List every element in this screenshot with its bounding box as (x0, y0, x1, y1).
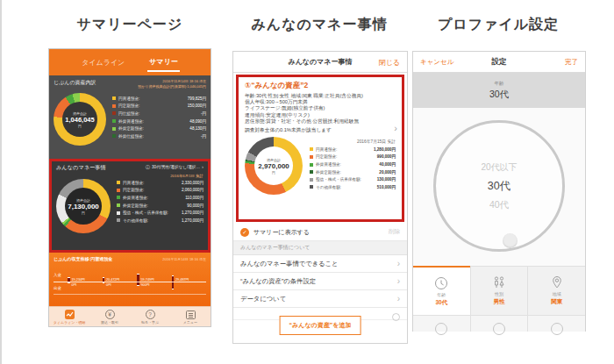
tab-label: メニュー (183, 320, 197, 325)
dial-option-30s-selected[interactable]: 30代 (488, 179, 510, 194)
legend-label: 円定期預金: (123, 188, 182, 192)
legend-value: 90,000円 (187, 203, 203, 208)
legend-swatch (117, 196, 120, 199)
age-picker-dial[interactable]: 20代以下 30代 40代 (433, 120, 565, 252)
deposit-bar (137, 274, 139, 282)
donut-center-unit: 円 (78, 124, 82, 128)
tab-know-learn[interactable]: ? 知る・学ぶ (130, 307, 170, 326)
filter-label: 30代/男性/選択なし/選択… (152, 165, 200, 169)
legend-swatch (310, 178, 313, 182)
deposit-bar (172, 275, 175, 282)
tab-menu[interactable]: メニュー (170, 307, 211, 326)
grid-cell-value: 関東 (551, 298, 562, 306)
dial-option-20s-under[interactable]: 20代以下 (481, 161, 517, 174)
withdrawal-row: 出金 0円 0円 900円 (54, 282, 206, 295)
legend-swatch (310, 147, 313, 151)
chevron-right-icon[interactable]: › (394, 123, 397, 133)
legend-item: 投信・株式・債券保有額:1,270,000円 (117, 209, 203, 217)
column-title-summary-page: サマリーページ (48, 16, 211, 34)
legend-value: -円 (201, 134, 206, 139)
legend-item: 円普通預金:2,330,000円 (117, 179, 203, 187)
legend-label: 投信・株式・債券保有額: (123, 211, 182, 215)
legend-item: 円仕組預金:-円 (112, 110, 206, 118)
grid-cell-value: 30代 (435, 299, 447, 307)
grid-cell-gender[interactable]: 性別 男性 (470, 267, 528, 315)
everyone-assets-card-highlighted: ①“みんなの資産”2 年齢:30代 性別:女性 地域:関東 職業:正社員(含公務… (236, 75, 404, 222)
own-assets-dates: 2016年11月14日 18:16 現在 預かり資産残高合計(円換算額):1,0… (138, 79, 206, 89)
legend-value: 48,130円 (189, 126, 206, 131)
legend-item: 円普通預金:1,280,000円 (310, 146, 396, 153)
own-assets-legend: 円普通預金:799,825円 円定期預金:150,000円 円仕組預金:-円 外… (112, 95, 206, 146)
legend-label: 円定期預金: (316, 154, 377, 159)
cashflow-section: じぶんの収支推移:円普通預金 2016年11月14日 18:16 現在 入金 1… (49, 253, 211, 308)
partial-icon (392, 313, 400, 321)
withdrawal-bar (137, 282, 139, 286)
grid-cell-value: 男性 (494, 298, 505, 306)
age-picker-area: 20代以下 30代 40代 (413, 108, 585, 266)
cancel-button[interactable]: キャンセル (420, 52, 453, 73)
partial-grid-cell (527, 316, 585, 332)
settings-title: 設定 (492, 57, 507, 68)
tab-summary[interactable]: サマリー (147, 54, 180, 72)
yen-circle-icon: ¥ (105, 310, 115, 319)
everyone-assets-donut-chart: 資産合計 7,130,000 円 (56, 179, 111, 233)
bar-value: 20,472円 (106, 277, 119, 282)
profile-category-grid-partial-row (413, 315, 585, 332)
partial-grid-cell (413, 316, 470, 332)
legend-value: 2,060,000円 (182, 188, 203, 192)
bar-group: 0円 (68, 282, 103, 287)
legend-item: 外貨普通預金:48,090円 (112, 118, 206, 125)
bar-value: 900円 (141, 282, 150, 287)
age-field-panel: 年齢 30代 (413, 73, 585, 108)
modal-header: みんなのマネー事情 閉じる (233, 52, 407, 73)
phone-everyone-money: みんなのマネー事情 閉じる ①“みんなの資産”2 年齢:30代 性別:女性 地域… (232, 51, 408, 344)
section-header-about: みんなのマネー事情について (233, 241, 407, 255)
tab-transfer-trade[interactable]: ¥ 振込・取引 (89, 307, 130, 326)
aggregation-date: 2016年7月15日 集計 (310, 139, 396, 144)
done-button[interactable]: 完了 (565, 52, 578, 73)
age-field-label: 年齢 (495, 81, 504, 87)
menu-row-about-data[interactable]: データについて › (233, 290, 407, 308)
legend-swatch (310, 170, 313, 174)
phone-summary-page: タイムライン サマリー じぶんの資産内訳 2016年11月14日 18:16 現… (48, 48, 211, 327)
grid-cell-age[interactable]: 年齢 30代 (413, 266, 470, 315)
tab-label: 振込・取引 (101, 320, 118, 325)
legend-label: 円普通預金: (118, 96, 188, 101)
demographic-line: 運用傾向:安定運用(中リスク) (245, 112, 396, 118)
legend-value: 799,825円 (188, 96, 206, 101)
deposit-label: 入金 (54, 273, 68, 277)
tab-label: 知る・学ぶ (141, 320, 159, 325)
tab-timeline[interactable]: タイムライン (80, 54, 126, 71)
cashflow-date: 2016年11月14日 18:16 現在 (162, 257, 206, 261)
own-assets-section: じぶんの資産内訳 2016年11月14日 18:16 現在 預かり資産残高合計(… (49, 75, 211, 159)
menu-row-what-you-can-do[interactable]: みんなのマネー事情でできること › (233, 255, 407, 273)
cashflow-bar-chart: 入金 19,234円 20,472円 59,749円 29,487円 出金 0円… (49, 263, 211, 295)
age-field-value: 30代 (489, 89, 509, 101)
delete-button[interactable]: 削除 (389, 228, 400, 236)
legend-value: 990,000円 (377, 154, 396, 159)
timeline-chart-icon (65, 310, 75, 319)
legend-item: 円定期預金:2,060,000円 (117, 187, 203, 195)
tab-timeline-detail[interactable]: タイムライン・明細 (49, 307, 89, 326)
legend-value: 150,000円 (188, 103, 206, 108)
profile-category-grid: 年齢 30代 性別 男性 地域 関東 (413, 266, 585, 315)
grid-cell-region[interactable]: 地域 関東 (527, 267, 585, 315)
legend-label: 外貨定期預金: (316, 170, 379, 175)
legend-swatch (112, 134, 116, 138)
bar-group: 29,487円 (172, 275, 207, 282)
add-everyone-assets-button[interactable]: “みんなの資産”を追加 (280, 316, 361, 335)
donut-center-value: 7,130,000 (68, 203, 99, 211)
grid-cell-label: 年齢 (437, 292, 446, 297)
legend-item: その他保有額:510,000円 (310, 183, 396, 191)
legend-swatch (117, 181, 120, 184)
withdrawal-bar (103, 282, 105, 283)
close-button[interactable]: 閉じる (379, 52, 400, 73)
show-in-summary-row[interactable]: ✓ サマリーに表示する 削除 (233, 224, 407, 241)
dial-knob[interactable] (503, 233, 518, 248)
bar-value: 29,487円 (175, 277, 189, 282)
dial-option-40s[interactable]: 40代 (489, 199, 509, 211)
demographic-filter-link[interactable]: ⓘ 30代/男性/選択なし/選択… › (146, 164, 203, 169)
legend-label: 円普通預金: (316, 147, 374, 152)
bar-value: 59,749円 (141, 277, 154, 282)
menu-row-condition-settings[interactable]: “みんなの資産”の条件設定 › (233, 273, 407, 290)
